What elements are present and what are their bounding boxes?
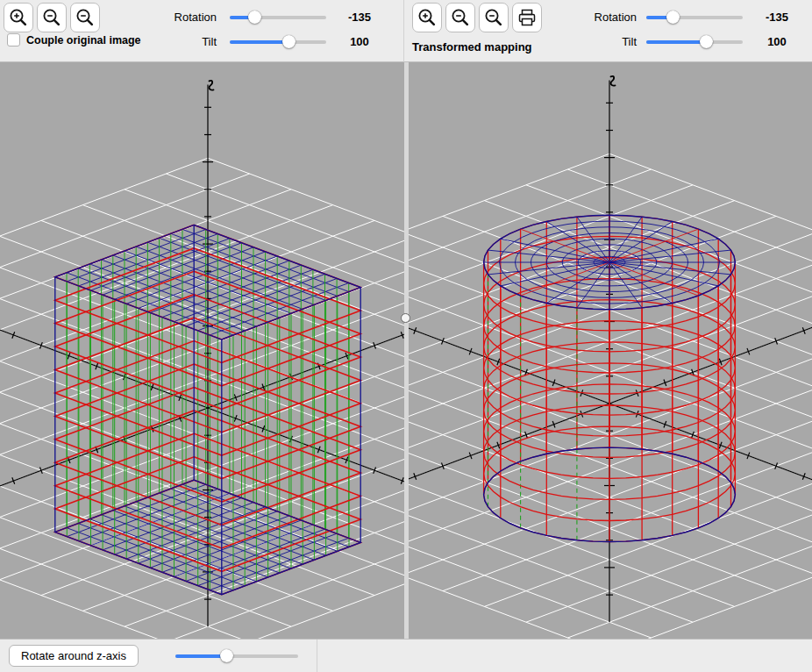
panel-divider[interactable] — [404, 62, 409, 639]
bottom-bar: Rotate around z-axis — [0, 639, 812, 672]
right-zoom-buttons — [412, 3, 542, 32]
rotation-slider[interactable] — [230, 7, 326, 28]
slider-fill — [230, 40, 289, 44]
slider-thumb[interactable] — [248, 11, 261, 24]
tilt-label: Tilt — [549, 32, 637, 53]
left-toolbar: Couple original image Rotation -135 Tilt… — [0, 0, 404, 62]
tilt-value: 100 — [338, 32, 381, 53]
z-rotation-slider[interactable] — [175, 646, 298, 667]
print-button[interactable] — [512, 3, 542, 32]
zoom-out-2-button[interactable] — [479, 3, 509, 32]
rotation-label: Rotation — [549, 7, 637, 28]
zoom-out-icon — [450, 7, 471, 28]
zoom-out-button[interactable] — [37, 3, 67, 32]
slider-fill — [646, 40, 707, 44]
zoom-out-icon — [483, 7, 504, 28]
zoom-out-button[interactable] — [445, 3, 475, 32]
bottom-bar-divider — [317, 640, 317, 672]
slider-thumb[interactable] — [666, 11, 680, 24]
zoom-out-icon — [75, 7, 96, 28]
divider-handle[interactable] — [401, 313, 410, 323]
rotation-slider[interactable] — [646, 7, 743, 28]
original-3d-view[interactable] — [0, 62, 404, 639]
print-icon — [516, 7, 538, 28]
zoom-out-2-button[interactable] — [70, 3, 100, 32]
slider-thumb[interactable] — [220, 649, 233, 662]
zoom-out-icon — [41, 7, 62, 28]
couple-checkbox-row: Couple original image — [7, 33, 141, 46]
tilt-slider[interactable] — [230, 32, 326, 53]
couple-checkbox[interactable] — [7, 33, 20, 46]
panel-title: Transformed mapping — [412, 40, 532, 54]
rotation-value: -135 — [755, 7, 799, 28]
rotation-label: Rotation — [140, 7, 217, 28]
transformed-3d-view[interactable] — [409, 62, 812, 639]
zoom-in-icon — [417, 7, 438, 28]
right-toolbar: Transformed mapping Rotation -135 Tilt 1… — [404, 0, 812, 62]
application-window: Couple original image Rotation -135 Tilt… — [0, 0, 812, 672]
rotation-value: -135 — [338, 7, 381, 28]
zoom-in-button[interactable] — [412, 3, 442, 32]
tilt-value: 100 — [755, 32, 799, 53]
zoom-in-button[interactable] — [4, 3, 33, 32]
left-zoom-buttons — [4, 3, 100, 32]
slider-fill — [175, 654, 227, 658]
couple-checkbox-label: Couple original image — [26, 34, 141, 46]
slider-thumb[interactable] — [282, 35, 296, 48]
rotate-z-axis-button[interactable]: Rotate around z-axis — [9, 645, 139, 667]
tilt-label: Tilt — [140, 32, 217, 53]
slider-thumb[interactable] — [700, 35, 713, 48]
tilt-slider[interactable] — [646, 32, 743, 53]
zoom-in-icon — [8, 7, 29, 28]
